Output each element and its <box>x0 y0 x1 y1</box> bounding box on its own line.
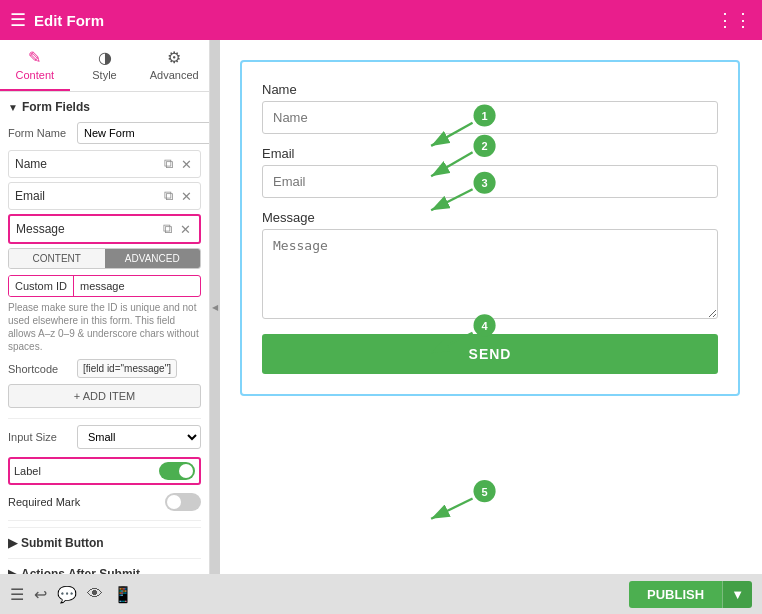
field-message-delete-btn[interactable]: ✕ <box>178 222 193 237</box>
actions-collapse-icon: ▶ <box>8 567 17 574</box>
field-message-label: Message <box>16 222 157 236</box>
sub-tab-content-label: CONTENT <box>33 253 81 264</box>
toggle-required-knob <box>167 495 181 509</box>
shortcode-row: Shortcode [field id="message"] <box>8 359 201 378</box>
sub-tabs: CONTENT ADVANCED <box>8 248 201 269</box>
submit-button-section: ▶ Submit Button <box>8 527 201 558</box>
form-name-input[interactable] <box>77 122 209 144</box>
section-collapse-icon[interactable]: ▼ <box>8 102 18 113</box>
sub-tab-content[interactable]: CONTENT <box>9 249 105 268</box>
divider2 <box>8 520 201 521</box>
preview-message-label: Message <box>262 210 718 225</box>
preview-message-group: Message <box>262 210 718 322</box>
tab-style-label: Style <box>92 69 116 81</box>
input-size-label: Input Size <box>8 431 73 443</box>
publish-button[interactable]: PUBLISH <box>629 581 722 608</box>
field-item-message: Message ⧉ ✕ <box>8 214 201 244</box>
actions-section: ▶ Actions After Submit <box>8 558 201 574</box>
field-item-name: Name ⧉ ✕ <box>8 150 201 178</box>
field-email-label: Email <box>15 189 158 203</box>
form-fields-section-header: ▼ Form Fields <box>8 100 201 114</box>
form-name-label: Form Name <box>8 127 73 139</box>
field-message-duplicate-btn[interactable]: ⧉ <box>161 221 174 237</box>
tab-advanced-label: Advanced <box>150 69 199 81</box>
left-panel: ✎ Content ◑ Style ⚙ Advanced ▼ Form Fiel… <box>0 40 210 574</box>
toggle-label-switch[interactable] <box>159 462 195 480</box>
toggle-required-row: Required Mark <box>8 490 201 514</box>
toggle-label-knob <box>179 464 193 478</box>
field-name-duplicate-btn[interactable]: ⧉ <box>162 156 175 172</box>
preview-message-textarea[interactable] <box>262 229 718 319</box>
bottom-hamburger-icon[interactable]: ☰ <box>10 585 24 604</box>
content-tab-icon: ✎ <box>28 48 41 67</box>
svg-point-13 <box>474 480 496 502</box>
bottom-chat-icon[interactable]: 💬 <box>57 585 77 604</box>
hamburger-icon[interactable]: ☰ <box>10 9 26 31</box>
panel-scroll-handle[interactable] <box>210 40 220 574</box>
style-tab-icon: ◑ <box>98 48 112 67</box>
top-bar: ☰ Edit Form ⋮⋮ <box>0 0 762 40</box>
publish-group: PUBLISH ▼ <box>629 581 752 608</box>
bottom-mobile-icon[interactable]: 📱 <box>113 585 133 604</box>
advanced-tab-icon: ⚙ <box>167 48 181 67</box>
preview-name-input[interactable] <box>262 101 718 134</box>
send-button[interactable]: SEND <box>262 334 718 374</box>
sub-tab-advanced[interactable]: ADVANCED <box>105 249 201 268</box>
svg-text:5: 5 <box>481 486 487 498</box>
help-text: Please make sure the ID is unique and no… <box>8 301 201 353</box>
svg-line-15 <box>431 499 472 519</box>
panel-content: ▼ Form Fields Form Name Name ⧉ ✕ Email ⧉… <box>0 92 209 574</box>
toggle-label-text: Label <box>14 465 41 477</box>
toggle-label-row: Label <box>8 457 201 485</box>
add-item-button[interactable]: + ADD ITEM <box>8 384 201 408</box>
grid-icon[interactable]: ⋮⋮ <box>716 9 752 31</box>
section-title: Form Fields <box>22 100 90 114</box>
tab-style[interactable]: ◑ Style <box>70 40 140 91</box>
input-size-select[interactable]: Small Medium Large <box>77 425 201 449</box>
toggle-required-text: Required Mark <box>8 496 80 508</box>
bottom-undo-icon[interactable]: ↩ <box>34 585 47 604</box>
publish-dropdown-button[interactable]: ▼ <box>722 581 752 608</box>
preview-email-input[interactable] <box>262 165 718 198</box>
custom-id-label: Custom ID <box>9 276 74 296</box>
preview-name-group: Name <box>262 82 718 134</box>
tab-content-label: Content <box>16 69 55 81</box>
bottom-bar: ☰ ↩ 💬 👁 📱 PUBLISH ▼ <box>0 574 762 614</box>
tab-advanced[interactable]: ⚙ Advanced <box>139 40 209 91</box>
actions-header[interactable]: ▶ Actions After Submit <box>8 567 201 574</box>
submit-collapse-icon: ▶ <box>8 536 17 550</box>
sub-tab-advanced-label: ADVANCED <box>125 253 180 264</box>
field-email-duplicate-btn[interactable]: ⧉ <box>162 188 175 204</box>
shortcode-value: [field id="message"] <box>77 359 177 378</box>
submit-button-header[interactable]: ▶ Submit Button <box>8 536 201 550</box>
bottom-eye-icon[interactable]: 👁 <box>87 585 103 603</box>
field-name-label: Name <box>15 157 158 171</box>
field-email-delete-btn[interactable]: ✕ <box>179 189 194 204</box>
tab-content[interactable]: ✎ Content <box>0 40 70 91</box>
input-size-row: Input Size Small Medium Large <box>8 425 201 449</box>
custom-id-value[interactable]: message <box>74 276 200 296</box>
field-name-delete-btn[interactable]: ✕ <box>179 157 194 172</box>
submit-button-label: Submit Button <box>21 536 104 550</box>
preview-email-label: Email <box>262 146 718 161</box>
divider <box>8 418 201 419</box>
main-layout: ✎ Content ◑ Style ⚙ Advanced ▼ Form Fiel… <box>0 40 762 574</box>
page-title: Edit Form <box>34 12 104 29</box>
preview-area: Name Email Message SEND <box>220 40 762 574</box>
actions-label: Actions After Submit <box>21 567 140 574</box>
shortcode-label: Shortcode <box>8 363 73 375</box>
tabs-row: ✎ Content ◑ Style ⚙ Advanced <box>0 40 209 92</box>
field-item-email: Email ⧉ ✕ <box>8 182 201 210</box>
toggle-required-switch[interactable] <box>165 493 201 511</box>
preview-name-label: Name <box>262 82 718 97</box>
form-name-row: Form Name <box>8 122 201 144</box>
bottom-left-icons: ☰ ↩ 💬 👁 📱 <box>10 585 133 604</box>
custom-id-row: Custom ID message <box>8 275 201 297</box>
form-preview: Name Email Message SEND <box>240 60 740 396</box>
preview-email-group: Email <box>262 146 718 198</box>
